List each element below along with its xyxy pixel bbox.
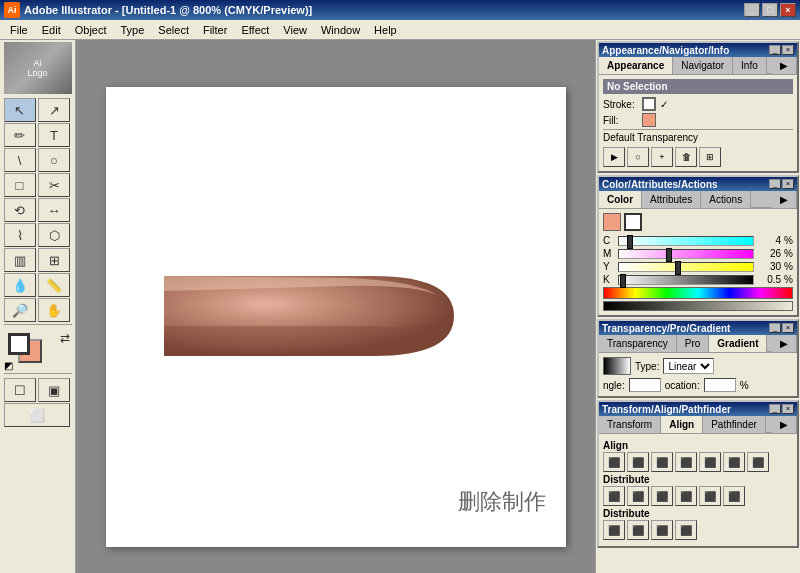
restore-button[interactable]: □ xyxy=(762,3,778,17)
tool-zoom[interactable]: 🔎 xyxy=(4,298,36,322)
panel-menu-btn[interactable]: ▶ xyxy=(772,57,797,74)
tool-scissors[interactable]: ✂ xyxy=(38,173,70,197)
tool-warp[interactable]: ⌇ xyxy=(4,223,36,247)
k-slider[interactable] xyxy=(618,275,754,285)
menu-object[interactable]: Object xyxy=(69,22,113,38)
tool-mesh[interactable]: ⊞ xyxy=(38,248,70,272)
angle-input[interactable] xyxy=(629,378,661,392)
menu-select[interactable]: Select xyxy=(152,22,195,38)
app-btn-3[interactable]: + xyxy=(651,147,673,167)
tool-eyedrop[interactable]: 💧 xyxy=(4,273,36,297)
gradient-type-select[interactable]: Linear Radial xyxy=(663,358,714,374)
tool-pen[interactable]: ✏ xyxy=(4,123,36,147)
align-right[interactable]: ⬛ xyxy=(651,452,673,472)
gradient-close[interactable]: × xyxy=(782,323,794,333)
tab-info[interactable]: Info xyxy=(733,57,767,74)
color-fill-preview[interactable] xyxy=(603,213,621,231)
black-spectrum[interactable] xyxy=(603,301,793,311)
dist2-4[interactable]: ⬛ xyxy=(675,520,697,540)
menu-view[interactable]: View xyxy=(277,22,313,38)
align-extra1[interactable]: ⬛ xyxy=(747,452,769,472)
tab-align[interactable]: Align xyxy=(661,416,703,433)
menu-window[interactable]: Window xyxy=(315,22,366,38)
appearance-minimize[interactable]: _ xyxy=(769,45,781,55)
gradient-preview[interactable] xyxy=(603,357,631,375)
menu-type[interactable]: Type xyxy=(115,22,151,38)
dist2-3[interactable]: ⬛ xyxy=(651,520,673,540)
dist-2[interactable]: ⬛ xyxy=(627,486,649,506)
default-colors-icon[interactable]: ◩ xyxy=(4,360,13,371)
gradient-panel-menu[interactable]: ▶ xyxy=(772,335,797,352)
dist-5[interactable]: ⬛ xyxy=(699,486,721,506)
dist-4[interactable]: ⬛ xyxy=(675,486,697,506)
tool-select[interactable]: ↖ xyxy=(4,98,36,122)
color-panel-menu[interactable]: ▶ xyxy=(772,191,797,208)
color-minimize[interactable]: _ xyxy=(769,179,781,189)
location-input[interactable] xyxy=(704,378,736,392)
screen-mode-btn[interactable]: ⬜ xyxy=(4,403,70,427)
align-center-v[interactable]: ⬛ xyxy=(699,452,721,472)
tool-direct-select[interactable]: ↗ xyxy=(38,98,70,122)
align-panel-menu[interactable]: ▶ xyxy=(772,416,797,433)
align-center-h[interactable]: ⬛ xyxy=(627,452,649,472)
c-slider[interactable] xyxy=(618,236,754,246)
app-btn-4[interactable]: 🗑 xyxy=(675,147,697,167)
tool-hand[interactable]: ✋ xyxy=(38,298,70,322)
tool-measure[interactable]: 📏 xyxy=(38,273,70,297)
tool-gradient[interactable]: ▥ xyxy=(4,248,36,272)
tab-gradient[interactable]: Gradient xyxy=(709,335,767,352)
y-slider[interactable] xyxy=(618,262,754,272)
dist2-2[interactable]: ⬛ xyxy=(627,520,649,540)
preview-mode-btn[interactable]: ▣ xyxy=(38,378,70,402)
tool-ellipse[interactable]: ○ xyxy=(38,148,70,172)
color-spectrum[interactable] xyxy=(603,287,793,299)
color-close[interactable]: × xyxy=(782,179,794,189)
stroke-color-box[interactable] xyxy=(8,333,30,355)
canvas-area[interactable]: 删除制作 xyxy=(76,40,595,573)
tool-blend[interactable]: ⬡ xyxy=(38,223,70,247)
m-slider[interactable] xyxy=(618,249,754,259)
menu-effect[interactable]: Effect xyxy=(235,22,275,38)
gradient-minimize[interactable]: _ xyxy=(769,323,781,333)
dist-3[interactable]: ⬛ xyxy=(651,486,673,506)
normal-mode-btn[interactable]: ☐ xyxy=(4,378,36,402)
app-btn-1[interactable]: ▶ xyxy=(603,147,625,167)
tab-transform[interactable]: Transform xyxy=(599,416,661,433)
menu-file[interactable]: File xyxy=(4,22,34,38)
gradient-angle-row: ngle: ocation: % xyxy=(603,378,793,392)
align-minimize[interactable]: _ xyxy=(769,404,781,414)
color-stroke-preview[interactable] xyxy=(624,213,642,231)
tool-rect[interactable]: □ xyxy=(4,173,36,197)
tab-attributes[interactable]: Attributes xyxy=(642,191,701,208)
appearance-close[interactable]: × xyxy=(782,45,794,55)
tool-type[interactable]: T xyxy=(38,123,70,147)
fill-swatch[interactable] xyxy=(642,113,656,127)
stroke-swatch[interactable] xyxy=(642,97,656,111)
tab-transparency[interactable]: Transparency xyxy=(599,335,677,352)
menu-edit[interactable]: Edit xyxy=(36,22,67,38)
tab-actions[interactable]: Actions xyxy=(701,191,751,208)
dist-1[interactable]: ⬛ xyxy=(603,486,625,506)
align-close[interactable]: × xyxy=(782,404,794,414)
dist2-1[interactable]: ⬛ xyxy=(603,520,625,540)
swap-colors-icon[interactable]: ⇄ xyxy=(60,331,70,345)
tab-color[interactable]: Color xyxy=(599,191,642,208)
app-btn-2[interactable]: ○ xyxy=(627,147,649,167)
align-bottom[interactable]: ⬛ xyxy=(723,452,745,472)
dist-6[interactable]: ⬛ xyxy=(723,486,745,506)
tab-appearance[interactable]: Appearance xyxy=(599,57,673,74)
tab-pathfinder[interactable]: Pathfinder xyxy=(703,416,766,433)
tool-scale[interactable]: ↔ xyxy=(38,198,70,222)
tab-pro[interactable]: Pro xyxy=(677,335,710,352)
menu-help[interactable]: Help xyxy=(368,22,403,38)
close-button[interactable]: × xyxy=(780,3,796,17)
tool-line[interactable]: \ xyxy=(4,148,36,172)
tab-navigator[interactable]: Navigator xyxy=(673,57,733,74)
menu-filter[interactable]: Filter xyxy=(197,22,233,38)
align-top[interactable]: ⬛ xyxy=(675,452,697,472)
y-value: 30 xyxy=(757,261,781,272)
tool-rotate[interactable]: ⟲ xyxy=(4,198,36,222)
minimize-button[interactable]: _ xyxy=(744,3,760,17)
app-btn-5[interactable]: ⊞ xyxy=(699,147,721,167)
align-left[interactable]: ⬛ xyxy=(603,452,625,472)
